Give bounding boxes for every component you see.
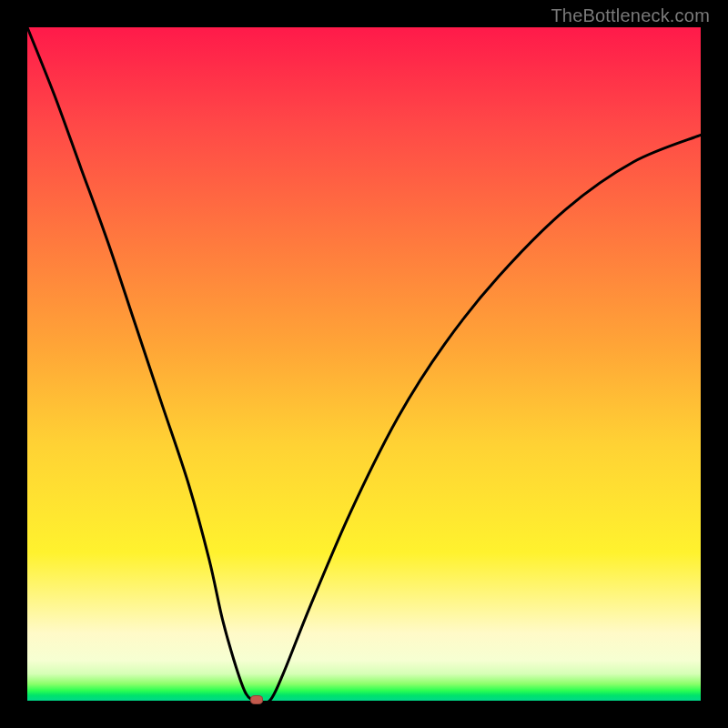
watermark-text: TheBottleneck.com — [551, 5, 710, 26]
curve-layer — [27, 27, 701, 701]
bottleneck-curve — [27, 27, 701, 703]
optimum-marker — [250, 695, 263, 704]
plot-area — [27, 27, 701, 701]
chart-frame: TheBottleneck.com — [0, 0, 728, 728]
